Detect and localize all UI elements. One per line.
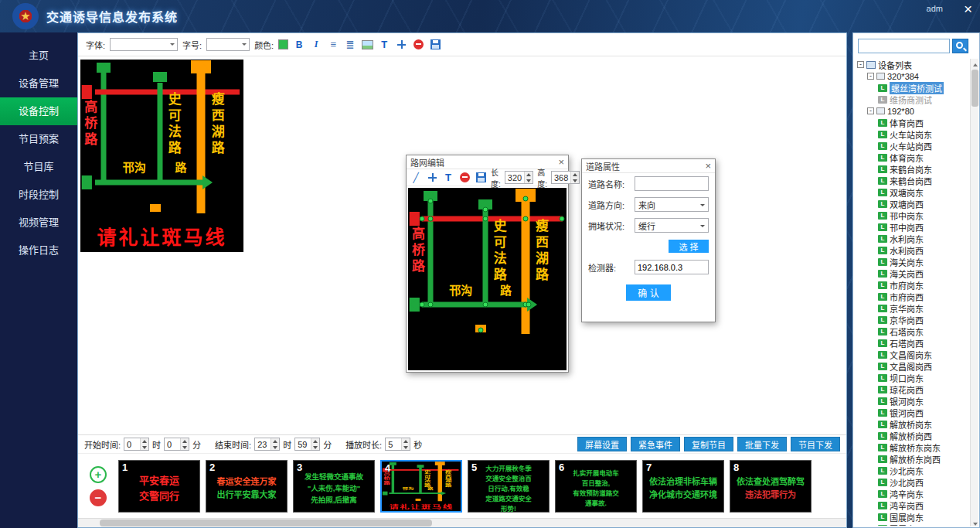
tree-item[interactable]: L体育岗东 xyxy=(855,152,969,163)
save-road-button[interactable] xyxy=(475,172,487,184)
tree-item[interactable]: L双塘岗东 xyxy=(855,186,969,198)
tree-item[interactable]: L国展岗东 xyxy=(855,511,969,523)
sidebar-item-operation-log[interactable]: 操作日志 xyxy=(0,237,77,264)
edit-handle[interactable] xyxy=(478,328,484,333)
spin-down-icon[interactable] xyxy=(181,445,189,451)
road-properties-titlebar[interactable]: 道路属性 × xyxy=(582,159,715,173)
tree-item[interactable]: L邗中岗东 xyxy=(855,209,969,221)
edit-handle[interactable] xyxy=(483,302,488,308)
font-dropdown[interactable] xyxy=(110,38,178,51)
end-minute-input[interactable]: 59 xyxy=(294,438,320,451)
add-program-button[interactable]: + xyxy=(90,466,107,483)
text-tool-button[interactable]: T xyxy=(442,172,454,184)
batch-send-button[interactable]: 批量下发 xyxy=(737,437,787,451)
save-button[interactable] xyxy=(429,39,441,51)
tree-item[interactable]: L双塘岗西 xyxy=(855,198,969,209)
tree-group-320*384[interactable]: -320*384 xyxy=(855,70,969,82)
tree-root-device-list[interactable]: -设备列表 xyxy=(855,59,969,70)
tree-item[interactable]: L解放桥东岗东 xyxy=(855,441,969,453)
program-send-button[interactable]: 节目下发 xyxy=(791,437,840,451)
search-button[interactable] xyxy=(952,39,968,53)
sidebar-item-program-library[interactable]: 节目库 xyxy=(0,153,77,181)
spin-up-icon[interactable] xyxy=(141,438,148,445)
device-search-input[interactable] xyxy=(858,39,950,53)
italic-button[interactable]: I xyxy=(310,39,322,51)
scrollbar-thumb[interactable] xyxy=(100,519,432,526)
screen-settings-button[interactable]: 屏幕设置 xyxy=(577,437,627,451)
roadnet-edit-canvas[interactable]: 高桥路史可法路瘦西湖路邗沟路 xyxy=(408,188,567,370)
spin-down-icon[interactable] xyxy=(525,178,533,184)
tree-item[interactable]: L水利岗西 xyxy=(855,244,969,256)
road-direction-select[interactable]: 来向 xyxy=(635,197,709,212)
duration-input[interactable]: 5 xyxy=(385,438,410,451)
start-hour-input[interactable]: 0 xyxy=(124,438,149,451)
edit-handle[interactable] xyxy=(483,207,488,213)
edit-handle[interactable] xyxy=(420,216,425,222)
tree-item[interactable]: L鸿辛岗西 xyxy=(855,499,969,511)
sidebar-item-time-control[interactable]: 时段控制 xyxy=(0,181,77,209)
spin-down-icon[interactable] xyxy=(141,445,148,451)
tree-item[interactable]: L螺丝湾桥测试 xyxy=(855,82,969,94)
playlist-item-4[interactable]: 4高桥路史可法路瘦西湖路邗沟路请礼让斑马线 xyxy=(380,460,462,513)
delete-button[interactable] xyxy=(412,39,424,51)
spin-down-icon[interactable] xyxy=(311,445,319,451)
horizontal-scrollbar[interactable] xyxy=(78,518,846,527)
close-icon[interactable]: × xyxy=(705,160,711,172)
playlist-item-2[interactable]: 2春运安全连万家出行平安靠大家 xyxy=(206,460,288,513)
align-justify-button[interactable]: ≣ xyxy=(344,39,356,51)
tree-group-192*80[interactable]: -192*80 xyxy=(855,105,969,117)
tree-item[interactable]: L京华岗东 xyxy=(855,302,969,314)
sidebar-item-device-manage[interactable]: 设备管理 xyxy=(0,70,77,97)
tree-item[interactable]: L银河岗东 xyxy=(855,395,969,407)
tree-item[interactable]: L维扬商测试 xyxy=(855,94,969,105)
insert-image-button[interactable] xyxy=(361,39,373,51)
draw-line-button[interactable]: ╱ xyxy=(410,172,422,184)
tree-item[interactable]: L银河岗西 xyxy=(855,407,969,418)
playlist-item-1[interactable]: 1平安春运交警同行 xyxy=(118,460,200,513)
spin-up-icon[interactable] xyxy=(311,438,319,445)
vertical-scrollbar[interactable] xyxy=(970,59,978,526)
edit-handle[interactable] xyxy=(559,216,564,222)
edit-handle[interactable] xyxy=(483,216,488,222)
emergency-event-button[interactable]: 紧急事件 xyxy=(631,437,680,451)
edit-handle[interactable] xyxy=(427,198,433,203)
bold-button[interactable]: B xyxy=(293,39,305,51)
tree-item[interactable]: L来鹤台岗西 xyxy=(855,175,969,186)
edit-handle[interactable] xyxy=(427,302,433,308)
tree-item[interactable]: L石塔岗东 xyxy=(855,325,969,337)
spin-down-icon[interactable] xyxy=(271,445,279,451)
tree-item[interactable]: L解放桥岗东 xyxy=(855,418,969,430)
copy-program-button[interactable]: 复制节目 xyxy=(684,437,733,451)
scroll-down-icon[interactable] xyxy=(971,517,979,526)
tree-item[interactable]: L文昌阁岗东 xyxy=(855,349,969,360)
end-hour-input[interactable]: 23 xyxy=(254,438,280,451)
height-input[interactable]: 368 xyxy=(551,171,580,184)
detector-input[interactable] xyxy=(635,260,709,274)
tree-item[interactable]: L火车站岗西 xyxy=(855,140,969,152)
tree-item[interactable]: L国展岗西 xyxy=(855,523,969,526)
tree-collapse-icon[interactable]: - xyxy=(857,61,864,68)
edit-handle[interactable] xyxy=(522,216,528,222)
tree-item[interactable]: L海关岗西 xyxy=(855,267,969,279)
playlist-item-8[interactable]: 8依法查处酒驾醉驾违法犯罪行为 xyxy=(730,460,812,513)
confirm-button[interactable]: 确 认 xyxy=(626,284,671,301)
road-line-bottom[interactable] xyxy=(422,302,528,308)
edit-handle[interactable] xyxy=(420,302,425,308)
edit-handle[interactable] xyxy=(526,302,531,308)
select-button[interactable]: 选 择 xyxy=(669,240,709,253)
spacing-button[interactable] xyxy=(395,39,407,51)
scroll-up-icon[interactable] xyxy=(971,59,979,68)
sidebar-item-program-plan[interactable]: 节目预案 xyxy=(0,125,77,153)
tree-item[interactable]: L坝口岗东 xyxy=(855,372,969,383)
tree-item[interactable]: L解放桥东岗西 xyxy=(855,453,969,465)
align-left-button[interactable]: ≡ xyxy=(327,39,339,51)
tree-item[interactable]: L琼花岗西 xyxy=(855,383,969,395)
close-icon[interactable]: × xyxy=(558,156,564,168)
road-name-input[interactable] xyxy=(635,176,709,191)
tree-item[interactable]: L市府岗东 xyxy=(855,279,969,291)
spin-down-icon[interactable] xyxy=(571,178,579,184)
congestion-select[interactable]: 缓行 xyxy=(635,218,709,233)
tree-item[interactable]: L海关岗东 xyxy=(855,256,969,267)
tree-item[interactable]: L火车站岗东 xyxy=(855,128,969,140)
scrollbar-thumb[interactable] xyxy=(971,70,978,107)
